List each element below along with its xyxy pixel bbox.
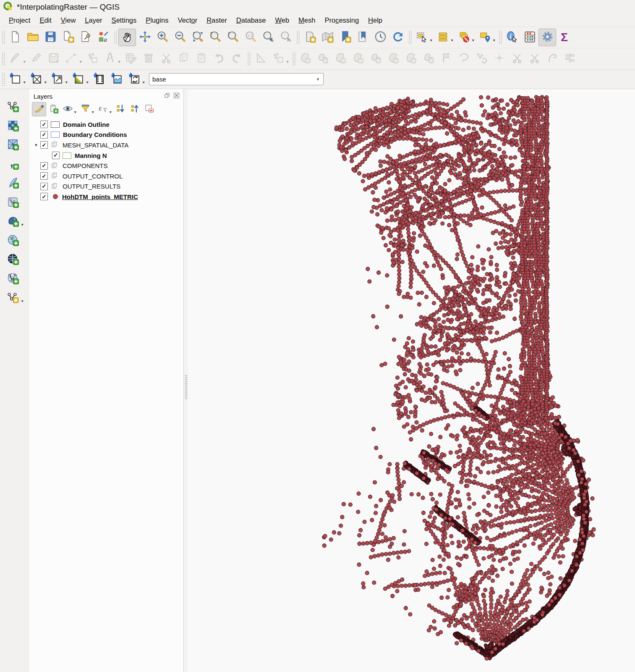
layer-visibility-checkbox[interactable]: ✓ (40, 193, 48, 200)
layer-item-output-control[interactable]: ✓OUTPUT_CONTROL (32, 171, 183, 181)
temporal-controller-button[interactable] (371, 29, 389, 46)
refresh-map-button[interactable] (389, 29, 407, 46)
processing-toolbox-button[interactable] (538, 29, 556, 46)
select-by-location-button[interactable] (476, 29, 494, 46)
style-manager-button[interactable]: a (94, 29, 112, 46)
select-features-button[interactable] (413, 29, 431, 46)
menu-help[interactable]: Help (363, 15, 387, 26)
add-delimited-text-layer-button[interactable]: , (4, 156, 22, 173)
open-project-button[interactable] (24, 29, 42, 46)
menu-database[interactable]: Database (232, 15, 271, 26)
layer-item-components[interactable]: ✓COMPONENTS (32, 160, 183, 171)
expander-icon[interactable]: ▼ (32, 143, 40, 147)
add-mesh-layer-button[interactable] (4, 136, 22, 154)
layer-visibility-checkbox[interactable]: ✓ (40, 121, 48, 128)
layer-visibility-checkbox[interactable]: ✓ (40, 183, 48, 190)
manage-map-themes-icon (63, 103, 73, 116)
mesh-animation-button[interactable] (90, 71, 108, 88)
layer-item-hohdtm-points-metric[interactable]: ✓HohDTM_points_METRIC (32, 192, 183, 202)
expand-all-button[interactable] (113, 102, 128, 116)
pan-map-button[interactable] (118, 29, 136, 46)
zoom-out-button[interactable] (171, 29, 189, 46)
vertex-tool-dropdown[interactable]: ▼ (118, 60, 122, 64)
layer-symbol-rect (63, 152, 71, 159)
mesh-cycle-button[interactable] (125, 71, 143, 88)
add-postgis-layer-button[interactable] (4, 213, 22, 231)
show-sum-statistics-button[interactable]: Σ (556, 29, 574, 46)
select-features-by-value-button[interactable] (434, 29, 452, 46)
menu-web[interactable]: Web (270, 15, 294, 26)
add-wcs-layer-button[interactable] (4, 251, 22, 269)
layer-item-mesh-spatial-data[interactable]: ▼✓MESH_SPATIAL_DATA (32, 140, 183, 150)
identify-features-button[interactable]: i (503, 29, 521, 46)
menu-raster[interactable]: Raster (202, 15, 232, 26)
layer-visibility-checkbox[interactable]: ✓ (40, 162, 48, 170)
new-shapefile-layer-button[interactable] (4, 289, 22, 307)
add-part-button (385, 50, 402, 68)
open-layer-styling-button[interactable] (32, 102, 46, 116)
remove-layer-button[interactable] (142, 102, 156, 116)
move-feature-button (314, 50, 332, 68)
zoom-last-button[interactable] (259, 29, 277, 46)
collapse-all-button[interactable] (128, 102, 142, 116)
zoom-to-layer-button[interactable] (224, 29, 242, 46)
statistical-summary-button[interactable] (521, 29, 538, 46)
zoom-full-extent-button[interactable] (189, 29, 206, 46)
menu-mesh[interactable]: Mesh (294, 15, 320, 26)
add-vector-layer-button[interactable] (4, 98, 22, 116)
zoom-to-selection-button[interactable] (206, 29, 224, 46)
menu-layer[interactable]: Layer (80, 15, 107, 26)
menu-settings[interactable]: Settings (107, 15, 141, 26)
zoom-in-button[interactable] (154, 29, 171, 46)
pan-to-selection-button[interactable] (136, 29, 154, 46)
save-project-button[interactable] (42, 29, 59, 46)
menu-edit[interactable]: Edit (35, 15, 56, 26)
add-raster-layer-button[interactable] (4, 118, 22, 135)
layer-item-domain-outline[interactable]: ✓Domain Outline (32, 119, 183, 130)
add-group-button[interactable] (46, 102, 60, 116)
filter-by-expression-button[interactable]: ε (96, 102, 110, 116)
mesh-dataset-combobox[interactable]: base▼ (149, 73, 324, 85)
close-panel-button[interactable] (172, 92, 180, 100)
deselect-features-button[interactable] (455, 29, 473, 46)
show-spatial-bookmarks-button[interactable] (354, 29, 371, 46)
mesh-profile-button[interactable] (108, 71, 125, 88)
new-3d-map-view-button[interactable] (319, 29, 336, 46)
current-edits-dropdown[interactable]: ▼ (23, 60, 27, 64)
digitize-with-segment-dropdown[interactable]: ▼ (79, 60, 83, 64)
add-wms-layer-button[interactable] (4, 232, 22, 250)
new-print-layout-button[interactable] (59, 29, 77, 46)
new-spatial-bookmark-button[interactable] (336, 29, 354, 46)
float-panel-button[interactable] (163, 92, 171, 100)
filter-legend-button[interactable] (78, 102, 92, 116)
menu-processing[interactable]: Processing (320, 15, 363, 26)
mesh-domain-button[interactable] (6, 71, 24, 88)
cut-features-icon (160, 52, 172, 66)
menu-project[interactable]: Project (4, 15, 35, 26)
construction-mode-dropdown[interactable]: ▼ (286, 60, 290, 64)
new-project-button[interactable] (6, 29, 24, 46)
add-virtual-layer-button[interactable] (4, 194, 22, 212)
show-layout-manager-button[interactable] (77, 29, 94, 46)
layer-item-manning-n[interactable]: ✓Manning N (32, 150, 183, 161)
layer-visibility-checkbox[interactable]: ✓ (40, 131, 48, 139)
add-wfs-layer-button[interactable] (4, 270, 22, 288)
menu-view[interactable]: View (56, 15, 80, 26)
mesh-export-button[interactable] (48, 71, 66, 88)
menu-vector[interactable]: Vector (173, 15, 202, 26)
splitter-handle[interactable] (185, 375, 187, 399)
delete-ring-icon (405, 52, 418, 66)
new-map-view-button[interactable] (301, 29, 319, 46)
layer-visibility-checkbox[interactable]: ✓ (40, 172, 48, 180)
layer-visibility-checkbox[interactable]: ✓ (40, 141, 48, 149)
layer-item-boundary-conditions[interactable]: ✓Boundary Conditions (32, 130, 183, 140)
mesh-interpolate-button[interactable] (69, 71, 87, 88)
map-canvas[interactable] (188, 89, 635, 672)
manage-map-themes-button[interactable] (60, 102, 75, 116)
mesh-elements-button[interactable] (27, 71, 45, 88)
layer-item-output-results[interactable]: ✓OUTPUT_RESULTS (32, 181, 183, 192)
layer-visibility-checkbox[interactable]: ✓ (52, 152, 60, 159)
menu-plugins[interactable]: Plugins (141, 15, 173, 26)
zoom-out-icon (174, 30, 187, 45)
add-spatialite-layer-button[interactable] (4, 175, 22, 192)
